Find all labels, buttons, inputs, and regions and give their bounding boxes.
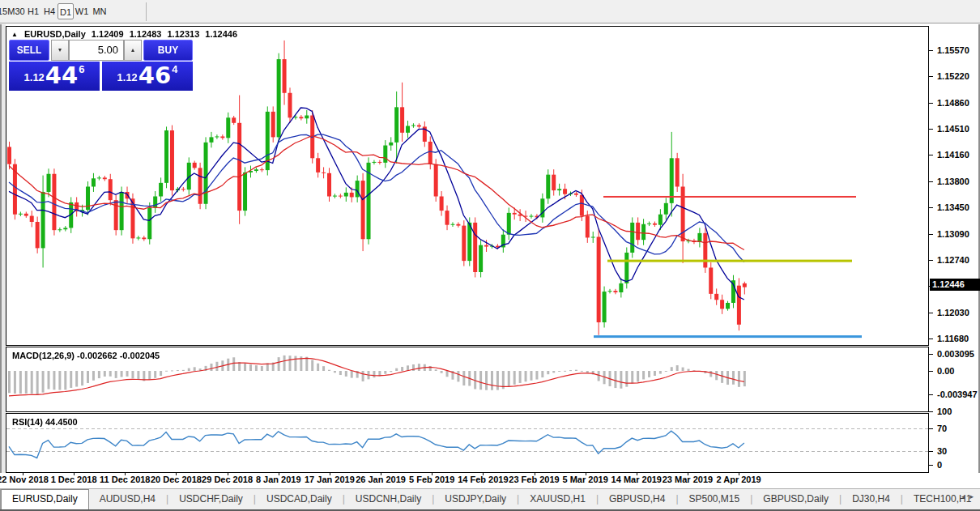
chart-tab-xauusd-h1[interactable]: XAUUSD,H1 <box>519 489 596 509</box>
macd-axis-label: 0.00 <box>937 366 954 376</box>
chart-tab-audusd-h4[interactable]: AUDUSD,H4 <box>89 489 166 509</box>
period-button-mn[interactable]: MN <box>91 3 109 19</box>
ohlc-open: 1.12409 <box>92 29 124 39</box>
macd-axis-label: -0.003947 <box>937 390 978 399</box>
price-tick-mark <box>929 50 933 51</box>
macd-tick-mark <box>929 371 933 372</box>
rsi-tick-mark <box>929 411 933 412</box>
chart-tab-usdcnh-daily[interactable]: USDCNH,Daily <box>345 489 432 509</box>
chart-tab-eurusd-daily[interactable]: EURUSD,Daily <box>1 489 89 509</box>
period-button-h1[interactable]: H1 <box>26 3 40 19</box>
price-tick-label: 1.11680 <box>937 334 969 343</box>
tab-scroll-left-icon[interactable]: ◂ <box>961 492 970 500</box>
tab-scroll-right-icon[interactable]: ▸ <box>969 492 978 500</box>
macd-axis-label: 0.003095 <box>937 349 974 359</box>
macd-label: MACD(12,26,9) -0.002662 -0.002045 <box>12 351 160 360</box>
rsi-tick-mark <box>929 465 933 466</box>
one-click-trade-panel: SELL ▾ 5.00 ▴ BUY 1.12 44 6 1.12 46 4 <box>9 40 193 91</box>
period-button-h4[interactable]: H4 <box>42 3 57 19</box>
chart-tab-usdcad-daily[interactable]: USDCAD,Daily <box>256 489 343 509</box>
price-chart-pane[interactable]: ▲ EURUSD,Daily 1.12409 1.12483 1.12313 1… <box>6 26 929 346</box>
sell-price-pip: 6 <box>79 63 84 75</box>
date-tick-label: 8 Jan 2019 <box>256 475 301 484</box>
price-tick-label: 1.14860 <box>937 98 969 108</box>
buy-button[interactable]: BUY <box>143 40 193 61</box>
sell-price-quote[interactable]: 1.12 44 6 <box>9 62 100 91</box>
macd-indicator-pane[interactable]: MACD(12,26,9) -0.002662 -0.002045 <box>6 347 929 412</box>
date-tick-mark <box>483 472 484 475</box>
sell-button[interactable]: SELL <box>9 40 49 61</box>
price-tick-mark <box>929 181 933 182</box>
trade-panel-toggle-icon[interactable]: ▲ <box>11 31 18 38</box>
date-tick-mark <box>74 472 75 475</box>
volume-decrease-button[interactable]: ▾ <box>51 40 69 61</box>
period-button-w1[interactable]: W1 <box>75 3 89 19</box>
sell-price-prefix: 1.12 <box>24 71 45 83</box>
volume-increase-button[interactable]: ▴ <box>124 40 142 61</box>
chart-tab-gbpusd-h4[interactable]: GBPUSD,H4 <box>599 489 675 509</box>
chart-tab-usdchf-daily[interactable]: USDCHF,Daily <box>168 489 254 509</box>
price-tick-label: 1.13090 <box>937 229 969 239</box>
chart-tab-bar: EURUSD,DailyAUDUSD,H4|USDCHF,Daily|USDCA… <box>0 488 980 509</box>
terminal-window: 15M30H1H4D1W1MN ▲ EURUSD,Daily 1.12409 1… <box>0 0 980 511</box>
date-tick-mark <box>330 472 330 475</box>
date-tick-label: 22 Nov 2018 <box>0 475 49 484</box>
date-tick-mark <box>381 472 381 475</box>
date-tick-label: 11 Dec 2018 <box>100 475 150 484</box>
chart-tab-usdjpy-daily[interactable]: USDJPY,Daily <box>434 489 517 509</box>
date-tick-label: 2 Apr 2019 <box>716 475 761 484</box>
tab-scroll-arrows[interactable]: ◂▸ <box>961 492 978 500</box>
price-tick-mark <box>929 155 933 155</box>
price-tick-mark <box>929 260 933 261</box>
ohlc-low: 1.12313 <box>168 29 200 39</box>
date-tick-mark <box>228 472 228 475</box>
period-button-d1[interactable]: D1 <box>58 3 74 19</box>
date-tick-mark <box>739 472 739 475</box>
rsi-axis-label: 0 <box>937 460 942 470</box>
date-tick-label: 14 Feb 2019 <box>458 475 508 484</box>
date-tick-label: 5 Mar 2019 <box>563 475 608 484</box>
chart-title: ▲ EURUSD,Daily 1.12409 1.12483 1.12313 1… <box>11 29 241 39</box>
window-left-edge <box>0 24 6 511</box>
date-tick-label: 29 Dec 2018 <box>202 475 253 484</box>
price-tick-label: 1.14510 <box>937 124 969 134</box>
rsi-name: RSI(14) <box>12 417 43 427</box>
rsi-value: 44.4500 <box>45 417 78 427</box>
date-tick-mark <box>586 472 586 475</box>
buy-price-quote[interactable]: 1.12 46 4 <box>102 62 193 91</box>
rsi-label: RSI(14) 44.4500 <box>12 417 78 427</box>
price-tick-mark <box>929 234 933 235</box>
date-tick-mark <box>535 472 535 475</box>
price-tick-mark <box>929 103 933 104</box>
rsi-canvas[interactable] <box>6 414 928 472</box>
period-button-m30[interactable]: M30 <box>6 3 26 19</box>
price-tick-label: 1.15220 <box>937 71 969 81</box>
date-tick-label: 23 Feb 2019 <box>509 475 559 484</box>
rsi-indicator-pane[interactable]: RSI(14) 44.4500 <box>6 413 929 473</box>
volume-input[interactable]: 5.00 <box>69 40 124 61</box>
price-axis[interactable]: 1.155701.152201.148601.145101.141601.138… <box>930 24 978 490</box>
ohlc-high: 1.12483 <box>130 29 162 39</box>
periods-toolbar: 15M30H1H4D1W1MN <box>0 0 980 23</box>
macd-values: -0.002662 -0.002045 <box>77 351 160 360</box>
price-tick-label: 1.12740 <box>937 255 969 265</box>
toolbar-separator <box>146 2 147 21</box>
date-axis[interactable]: 22 Nov 20181 Dec 201811 Dec 201820 Dec 2… <box>0 473 980 488</box>
macd-name: MACD(12,26,9) <box>12 351 75 360</box>
rsi-tick-mark <box>929 428 933 429</box>
price-tick-mark <box>929 207 933 208</box>
chart-tab-dj30-h4[interactable]: DJ30,H4 <box>842 489 901 509</box>
chart-tab-gbpusd-daily[interactable]: GBPUSD,Daily <box>752 489 839 509</box>
rsi-axis-label: 30 <box>937 446 947 456</box>
current-price-tag: 1.12446 <box>930 279 980 291</box>
price-tick-mark <box>929 76 933 77</box>
date-tick-mark <box>432 472 432 475</box>
sell-price-big: 44 <box>45 62 78 89</box>
date-tick-mark <box>279 472 279 475</box>
price-tick-mark <box>929 339 933 339</box>
rsi-axis-label: 70 <box>937 424 947 433</box>
date-tick-label: 1 Dec 2018 <box>51 475 97 484</box>
date-tick-mark <box>23 472 23 475</box>
price-tick-label: 1.13800 <box>937 177 969 186</box>
chart-tab-sp500-m15[interactable]: SP500,M15 <box>679 489 751 509</box>
